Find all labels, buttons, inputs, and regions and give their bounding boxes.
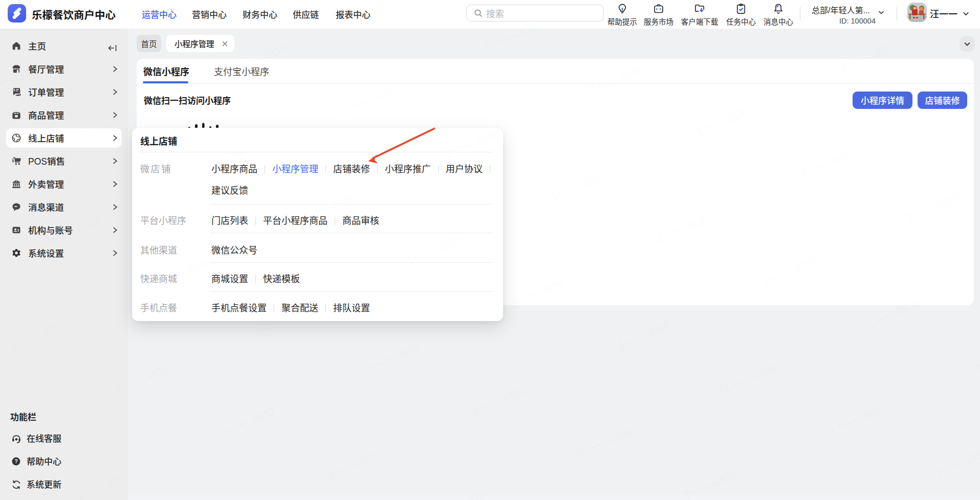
svg-text:?: ?	[14, 458, 18, 464]
